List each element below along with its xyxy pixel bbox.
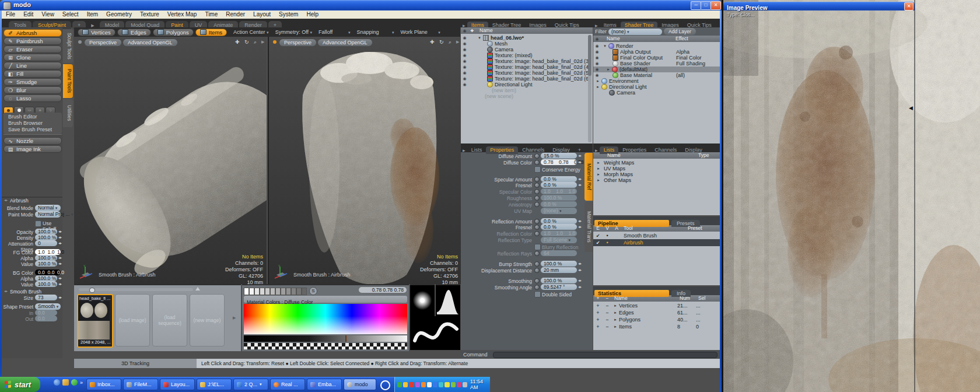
spinner[interactable]: ◂▸ [58,241,61,246]
link-brush-browser[interactable]: Brush Browser [4,120,62,127]
gray-swatch[interactable] [260,288,265,295]
new-image-cell[interactable]: (new image) [190,294,225,346]
eye-icon[interactable]: ◉ [593,50,601,54]
pan-icon[interactable]: ✚ [235,39,240,45]
fg-value-field[interactable]: 100.0 % [35,261,57,267]
add-icon[interactable]: + [593,310,603,316]
bg-color-field[interactable]: 0.0 0.0 0.0 [35,270,61,275]
spinner[interactable]: ◂▸ [58,256,61,260]
vtab-paint-tools[interactable]: Paint Tools [63,64,73,98]
list-row[interactable]: ►UV Maps [593,166,720,172]
collapse-icon[interactable]: ▼ [603,44,607,48]
tool-clone[interactable]: ⊞Clone [4,54,62,61]
taskbar-extra-icon[interactable] [380,380,390,390]
eye-icon[interactable]: ◉ [461,53,468,58]
paint-mode-select[interactable]: Normal Proj ... ▾ [35,211,61,218]
spinner[interactable]: ◂▸ [578,153,581,158]
menu-view[interactable]: View [37,10,58,19]
reflection-amount-field[interactable]: 0.0 % [541,218,577,224]
item-row[interactable]: ◉Texture: Image: head_bake_final_02d (3) [461,58,593,64]
tray-icon[interactable] [457,382,461,387]
tray-icon[interactable] [463,382,467,387]
quick-launch-icon-3[interactable] [71,379,78,386]
preview-close-button[interactable]: ✕ [904,2,914,10]
channel-dot[interactable] [534,278,540,284]
spinner[interactable]: ◂▸ [578,261,581,266]
gray-swatch[interactable] [291,288,296,295]
taskbar-item-folder[interactable]: J:\EL... [197,379,232,390]
stat-row[interactable]: +−►Edges61...... [593,309,720,316]
symmetry-dropdown[interactable]: Symmetry: Off ▾ [275,29,312,35]
spinner[interactable]: ◂▸ [578,225,581,229]
expand-icon[interactable]: ► [597,161,600,164]
menu-layout[interactable]: Layout [249,10,275,19]
gray-swatch[interactable] [296,288,302,295]
eye-icon[interactable]: ◉ [461,82,468,87]
expand-icon[interactable]: ► [612,318,619,321]
specular-fresnel-field[interactable]: 0.0 % [541,182,577,188]
eye-icon[interactable]: ◉ [593,73,601,78]
eye-icon[interactable]: ◉ [461,47,468,52]
reflection-type-select[interactable]: Full Scene ▾ [541,237,577,243]
tool-blur[interactable]: ❍Blur [4,86,62,94]
color-spectrum[interactable] [244,304,407,334]
tool-line[interactable]: ╱Line [4,62,62,69]
spinner[interactable]: ◂▸ [58,235,61,240]
channel-dot[interactable] [534,231,540,236]
shader-row[interactable]: Camera [593,90,720,96]
menu-system[interactable]: System [275,10,302,19]
action-center-dropdown[interactable]: Action Center ▾ [233,29,269,35]
command-input[interactable] [493,352,718,358]
tool-smudge[interactable]: ✑Smudge [4,78,62,86]
channel-dot[interactable] [534,225,540,230]
tray-icon[interactable] [421,382,426,387]
items-button[interactable]: Items [195,29,227,36]
brush-size-field[interactable]: 73 [35,295,57,300]
edges-button[interactable]: Edges [117,29,151,36]
eye-icon[interactable]: ◉ [593,67,601,72]
attenuation-steps-field[interactable]: 0 [35,240,57,246]
fg-alpha-field[interactable]: 100.0 % [35,255,57,261]
quick-launch-icon-1[interactable] [54,379,60,386]
shader-row[interactable]: ►Directional Light [593,84,720,90]
shader-row[interactable]: ◉Alpha OutputAlpha [593,49,720,55]
eye-icon[interactable]: ◉ [461,71,468,75]
expand-icon[interactable]: ► [607,68,610,71]
falloff-dropdown[interactable]: Falloff ▾ [318,29,350,35]
gray-swatch[interactable] [244,288,249,295]
tool-airbrush[interactable]: ✐Airbrush [4,29,62,37]
value-gradient-strip[interactable] [244,335,407,342]
smoothing-angle-field[interactable]: 89.5247 ° [541,284,577,290]
zoom-icon[interactable]: ⌕ [449,39,452,46]
channel-dot[interactable] [534,251,540,256]
item-row[interactable]: ◉Camera [461,47,593,52]
link-brush-editor[interactable]: Brush Editor [4,114,62,120]
color-value-box[interactable]: 0.78 0.78 0.78 [359,287,407,293]
load-image-cell[interactable]: (load image) [115,294,150,346]
zoom-icon[interactable]: ⌕ [254,39,257,46]
eye-icon[interactable]: ◉ [461,65,468,69]
close-button[interactable]: ✕ [710,1,721,10]
uv-map-select[interactable]: (none) ▾ [541,208,577,214]
reflection-rays-field[interactable]: 64 [541,250,577,256]
vertices-button[interactable]: Vertices [78,29,116,36]
double-sided-checkbox[interactable] [534,291,541,298]
eye-icon[interactable]: ◉ [593,55,601,60]
spinner[interactable]: ◂▸ [578,219,581,223]
expand-icon[interactable]: ► [597,173,600,176]
menu-render[interactable]: Render [222,10,249,19]
specular-amount-field[interactable]: 0.0 % [541,176,577,182]
quick-launch-more-icon[interactable]: » [80,380,83,386]
new-item-row[interactable]: (new item) [461,88,593,93]
add-icon[interactable]: + [593,317,603,323]
tray-icon[interactable] [433,382,438,387]
roughness-field[interactable]: 100.0 % [541,195,577,201]
diffuse-color-field[interactable]: 0.78 0.78 0.78 [541,159,577,165]
stat-row[interactable]: +−►Items80 [593,323,720,330]
gray-swatch[interactable] [281,288,286,295]
blurry-reflection-checkbox[interactable] [534,244,541,250]
menu-vertexmap[interactable]: Vertex Map [163,10,201,19]
preset-scrollbar-handle[interactable] [89,288,95,293]
stat-row[interactable]: +−►Vertices21...... [593,302,720,309]
channel-dot[interactable] [534,261,540,267]
